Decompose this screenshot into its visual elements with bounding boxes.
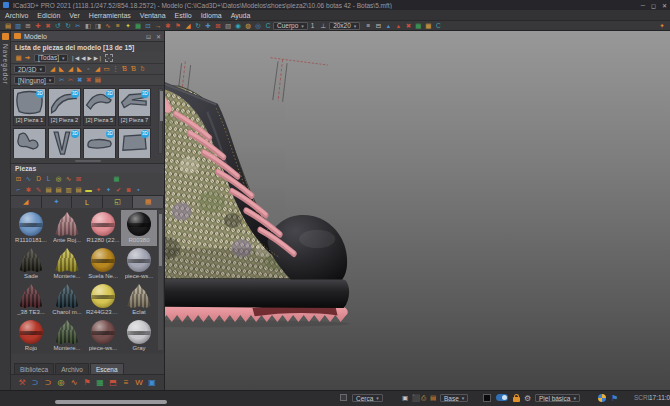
material-swatch[interactable]: Montere... xyxy=(49,246,85,282)
pin-red-icon[interactable]: ▴ xyxy=(393,22,403,30)
last-a-icon[interactable]: ◢ xyxy=(48,65,57,73)
star-icon[interactable]: ✦ xyxy=(123,22,133,30)
hammer-red-icon[interactable]: ⚒ xyxy=(17,378,27,388)
transport-button[interactable]: ▶ xyxy=(88,55,92,61)
menu-ver[interactable]: Ver xyxy=(69,12,80,19)
layers-icon[interactable]: ≡ xyxy=(363,22,373,30)
piece-card[interactable]: 3D xyxy=(83,128,116,158)
dots-icon[interactable]: ⋮ xyxy=(111,65,120,73)
delete-icon[interactable]: ✖ xyxy=(43,22,53,30)
rotate-icon[interactable]: ↻ xyxy=(193,22,203,30)
tab-stairs[interactable]: ◱ xyxy=(103,196,134,208)
close-box-icon[interactable]: ⊠ xyxy=(213,22,223,30)
skin-select[interactable]: Piel básica xyxy=(535,394,580,402)
w-orange-icon[interactable]: W xyxy=(134,378,144,388)
navigator-tab[interactable]: Navegador xyxy=(2,44,9,85)
flat-y-icon[interactable]: ▬ xyxy=(84,186,93,194)
wave-orange-icon[interactable]: ∿ xyxy=(69,378,79,388)
mesh-icon[interactable]: ▦ xyxy=(133,22,143,30)
heart-red-icon[interactable]: ◙ xyxy=(124,186,133,194)
visibility-toggle[interactable] xyxy=(496,394,508,401)
stack-d-icon[interactable]: ▤ xyxy=(74,186,83,194)
frame-orange-icon[interactable]: ⊡ xyxy=(14,175,23,183)
plus2-icon[interactable]: ✚ xyxy=(203,22,213,30)
minimize-button[interactable]: ─ xyxy=(641,2,645,9)
cube-icon[interactable]: ⬛ xyxy=(412,394,420,402)
lines-orange-icon[interactable]: ≡ xyxy=(121,378,131,388)
hook-orange-icon[interactable]: ⊃ xyxy=(43,378,53,388)
circ-icon[interactable]: ◎ xyxy=(253,22,263,30)
body-select[interactable]: Cuerpo xyxy=(273,22,308,30)
color-swatch[interactable] xyxy=(483,394,491,402)
stack-a-icon[interactable]: ▤ xyxy=(44,186,53,194)
arrow-icon[interactable]: → xyxy=(153,22,163,30)
d-orange-icon[interactable]: D xyxy=(34,175,43,183)
perp-icon[interactable]: ⊥ xyxy=(320,22,326,30)
tab-figure[interactable]: ✦ xyxy=(42,196,73,208)
menu-idioma[interactable]: Idioma xyxy=(201,12,222,19)
last-e-icon[interactable]: ◢ xyxy=(93,65,102,73)
material-swatch[interactable]: R1110181... xyxy=(13,210,49,246)
mirror-left-icon[interactable]: ◧ xyxy=(83,22,93,30)
c-curve-icon[interactable]: C xyxy=(263,22,273,30)
grid-b-icon[interactable]: ▦ xyxy=(423,22,433,30)
material-swatch[interactable]: Sade xyxy=(13,246,49,282)
boot-a-icon[interactable]: Ɓ xyxy=(120,65,129,73)
curve-icon[interactable]: ∿ xyxy=(103,22,113,30)
file-new-icon[interactable]: ▤ xyxy=(3,22,13,30)
menu-estilo[interactable]: Estilo xyxy=(175,12,192,19)
material-swatch[interactable]: Rojo xyxy=(13,318,49,354)
material-swatch[interactable]: Montere... xyxy=(49,318,85,354)
wedge-icon[interactable]: ◢ xyxy=(183,22,193,30)
piece-card[interactable]: 3D[2] Pieza 2 xyxy=(48,88,81,126)
ring-yellow-icon[interactable]: ◎ xyxy=(54,175,63,183)
near-checkbox[interactable] xyxy=(340,394,347,401)
filter-none-select[interactable]: [Ninguno] xyxy=(14,76,55,84)
mirror-right-icon[interactable]: ◨ xyxy=(93,22,103,30)
wave-orange-icon[interactable]: ∿ xyxy=(64,175,73,183)
c-tool-icon[interactable]: C xyxy=(433,22,443,30)
flat-icon[interactable]: ▭ xyxy=(102,65,111,73)
tab-pieces[interactable]: ◢ xyxy=(11,196,42,208)
material-swatch[interactable]: Ante Roj... xyxy=(49,210,85,246)
near-select[interactable]: Cerca xyxy=(352,394,383,402)
grid-a-icon[interactable]: ▦ xyxy=(413,22,423,30)
close-button[interactable]: ✕ xyxy=(662,2,667,9)
file-open-icon[interactable]: ▥ xyxy=(13,22,23,30)
hatch-icon[interactable]: ▧ xyxy=(223,22,233,30)
ring-yellow-icon[interactable]: ◎ xyxy=(56,378,66,388)
transport-button[interactable]: ▶❘ xyxy=(94,55,103,61)
piece-card[interactable]: 3D[2] Pieza 5 xyxy=(83,88,116,126)
stack-b-icon[interactable]: ▤ xyxy=(54,186,63,194)
flag-icon[interactable]: ⚑ xyxy=(611,394,618,403)
burst-icon[interactable]: ✱ xyxy=(163,22,173,30)
hook-blue-icon[interactable]: ⌐ xyxy=(14,186,23,194)
tab-materials[interactable]: ▦ xyxy=(133,196,164,208)
piece-card[interactable] xyxy=(13,128,46,158)
folder-orange-icon[interactable]: ▤ xyxy=(93,76,102,84)
menu-archivo[interactable]: Archivo xyxy=(5,12,28,19)
maximize-button[interactable]: ◻ xyxy=(651,2,656,9)
l-blue-icon[interactable]: L xyxy=(44,175,53,183)
piece-card[interactable]: 3D[2] Pieza 1 xyxy=(13,88,46,126)
cross-blue-icon[interactable]: ✖ xyxy=(75,76,84,84)
menu-ventana[interactable]: Ventana xyxy=(140,12,166,19)
last-d-icon[interactable]: ◣ xyxy=(75,65,84,73)
redo-icon[interactable]: ↻ xyxy=(63,22,73,30)
settings-gear-icon[interactable]: ⚙ xyxy=(524,394,531,403)
boot-c-icon[interactable]: ƀ xyxy=(138,65,147,73)
stack-c-icon[interactable]: ▥ xyxy=(64,186,73,194)
menu-edición[interactable]: Edición xyxy=(37,12,60,19)
material-swatch[interactable]: R00380 xyxy=(121,210,157,246)
grid-size-select[interactable]: 20x20 xyxy=(329,22,360,30)
view-mode-select[interactable]: 2D/3D xyxy=(14,65,46,73)
compass-icon[interactable] xyxy=(598,394,606,402)
material-swatch[interactable]: Suela Ne... xyxy=(85,246,121,282)
menu-herramientas[interactable]: Herramientas xyxy=(89,12,131,19)
material-swatch[interactable]: R244G238... xyxy=(85,282,121,318)
record-toggle[interactable]: ◦ xyxy=(105,54,113,62)
piece-card[interactable]: 3D xyxy=(48,128,81,158)
box-red-icon[interactable]: ⊠ xyxy=(74,175,83,183)
material-swatch[interactable]: Charol m... xyxy=(49,282,85,318)
target-icon[interactable]: ◉ xyxy=(233,22,243,30)
